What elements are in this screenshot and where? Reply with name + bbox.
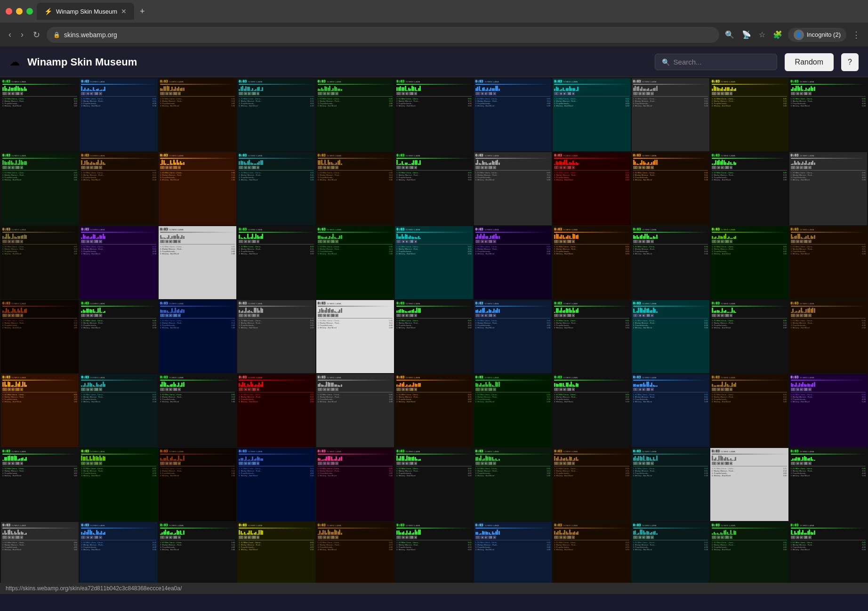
skin-thumbnail[interactable]: 0:03 DJ MIKE LLAMA ▏▎◀▶▐▐■ 1. DJ Mike Ll…	[159, 522, 236, 583]
skin-thumbnail[interactable]: 0:03 DJ MIKE LLAMA ▏▎◀▶▐▐■ 1. DJ Mike Ll…	[80, 522, 157, 583]
skin-thumbnail[interactable]: 0:03 DJ MIKE LLAMA ▏▎◀▶▐▐■ 1. DJ Mike Ll…	[789, 522, 867, 583]
skin-thumbnail[interactable]: 0:03 DJ MIKE LLAMA ▏▎◀▶▐▐■ 1. DJ Mike Ll…	[710, 152, 788, 225]
search-input[interactable]	[674, 58, 770, 66]
skin-thumbnail[interactable]: 0:03 DJ MIKE LLAMA ▏▎◀▶▐▐■ 1. DJ Mike Ll…	[80, 300, 157, 373]
skin-thumbnail[interactable]: 0:03 DJ MIKE LLAMA ▏▎◀▶▐▐■ 1. DJ Mike Ll…	[237, 226, 315, 299]
skin-thumbnail[interactable]: 0:03 DJ MIKE LLAMA ▏▎◀▶▐▐■ 1. DJ Mike Ll…	[80, 226, 157, 299]
skin-thumbnail[interactable]: 0:03 DJ MIKE LLAMA ▏▎◀▶▐▐■ 1. DJ Mike Ll…	[1, 78, 79, 151]
browser-menu-button[interactable]: ⋮	[850, 28, 862, 42]
search-container[interactable]: 🔍	[655, 54, 777, 70]
extensions-icon-btn[interactable]: 🧩	[771, 28, 784, 41]
skin-thumbnail[interactable]: 0:03 DJ MIKE LLAMA ▏▎◀▶▐▐■ 1. DJ Mike Ll…	[395, 78, 473, 151]
skin-thumbnail[interactable]: 0:03 DJ MIKE LLAMA ▏▎◀▶▐▐■ 1. DJ Mike Ll…	[80, 374, 157, 447]
app-title: Winamp Skin Museum	[27, 56, 137, 68]
skin-thumbnail[interactable]: 0:03 DJ MIKE LLAMA ▏▎◀▶▐▐■ 1. DJ Mike Ll…	[553, 374, 630, 447]
skin-thumbnail[interactable]: 0:03 DJ MIKE LLAMA ▏▎◀▶▐▐■ 1. DJ Mike Ll…	[710, 448, 788, 521]
skin-thumbnail[interactable]: 0:03 DJ MIKE LLAMA ▏▎◀▶▐▐■ 1. DJ Mike Ll…	[474, 226, 552, 299]
forward-button[interactable]: ›	[18, 28, 26, 41]
active-tab[interactable]: ⚡ Winamp Skin Museum ✕	[37, 3, 134, 20]
skin-thumbnail[interactable]: 0:03 DJ MIKE LLAMA ▏▎◀▶▐▐■ 1. DJ Mike Ll…	[80, 448, 157, 521]
skin-thumbnail[interactable]: 0:03 DJ MIKE LLAMA ▏▎◀▶▐▐■ 1. DJ Mike Ll…	[80, 152, 157, 225]
skin-thumbnail[interactable]: 0:03 DJ MIKE LLAMA ▏▎◀▶▐▐■ 1. DJ Mike Ll…	[553, 78, 630, 151]
tab-close-button[interactable]: ✕	[121, 8, 127, 15]
skin-thumbnail[interactable]: 0:03 DJ MIKE LLAMA ▏▎◀▶▐▐■ 1. DJ Mike Ll…	[789, 448, 867, 521]
minimize-button[interactable]	[16, 8, 23, 15]
skin-thumbnail[interactable]: 0:03 DJ MIKE LLAMA ▏▎◀▶▐▐■ 1. DJ Mike Ll…	[553, 448, 630, 521]
close-button[interactable]	[6, 8, 12, 15]
skin-thumbnail[interactable]: 0:03 DJ MIKE LLAMA ▏▎◀▶▐▐■ 1. DJ Mike Ll…	[632, 374, 709, 447]
skin-thumbnail[interactable]: 0:03 DJ MIKE LLAMA ▏▎◀▶▐▐■ 1. DJ Mike Ll…	[710, 374, 788, 447]
incognito-label: Incognito (2)	[807, 31, 841, 38]
search-icon-btn[interactable]: 🔍	[723, 28, 736, 41]
skin-thumbnail[interactable]: 0:03 DJ MIKE LLAMA ▏▎◀▶▐▐■ 1. DJ Mike Ll…	[159, 300, 236, 373]
skin-thumbnail[interactable]: 0:03 DJ MIKE LLAMA ▏▎◀▶▐▐■ 1. DJ Mike Ll…	[632, 522, 709, 583]
skin-thumbnail[interactable]: 0:03 DJ MIKE LLAMA ▏▎◀▶▐▐■ 1. DJ Mike Ll…	[316, 448, 394, 521]
back-button[interactable]: ‹	[6, 28, 14, 41]
skin-thumbnail[interactable]: 0:03 DJ MIKE LLAMA ▏▎◀▶▐▐■ 1. DJ Mike Ll…	[1, 522, 79, 583]
skin-thumbnail[interactable]: 0:03 DJ MIKE LLAMA ▏▎◀▶▐▐■ 1. DJ Mike Ll…	[1, 448, 79, 521]
skin-thumbnail[interactable]: 0:03 DJ MIKE LLAMA ▏▎◀▶▐▐■ 1. DJ Mike Ll…	[632, 448, 709, 521]
skin-thumbnail[interactable]: 0:03 DJ MIKE LLAMA ▏▎◀▶▐▐■ 1. DJ Mike Ll…	[237, 300, 315, 373]
bookmark-icon-btn[interactable]: ☆	[757, 28, 767, 41]
skin-thumbnail[interactable]: 0:03 DJ MIKE LLAMA ▏▎◀▶▐▐■ 1. DJ Mike Ll…	[316, 152, 394, 225]
skin-thumbnail[interactable]: 0:03 DJ MIKE LLAMA ▏▎◀▶▐▐■ 1. DJ Mike Ll…	[474, 78, 552, 151]
skin-thumbnail[interactable]: 0:03 DJ MIKE LLAMA ▏▎◀▶▐▐■ 1. DJ Mike Ll…	[710, 522, 788, 583]
skin-thumbnail[interactable]: 0:03 DJ MIKE LLAMA ▏▎◀▶▐▐■ 1. DJ Mike Ll…	[553, 152, 630, 225]
skin-thumbnail[interactable]: 0:03 DJ MIKE LLAMA ▏▎◀▶▐▐■ 1. DJ Mike Ll…	[553, 226, 630, 299]
skin-thumbnail[interactable]: 0:03 DJ MIKE LLAMA ▏▎◀▶▐▐■ 1. DJ Mike Ll…	[789, 374, 867, 447]
skin-thumbnail[interactable]: 0:03 DJ MIKE LLAMA ▏▎◀▶▐▐■ 1. DJ Mike Ll…	[159, 448, 236, 521]
browser-window: ⚡ Winamp Skin Museum ✕ + ‹ › ↻ 🔒 skins.w…	[0, 0, 868, 47]
skin-thumbnail[interactable]: 0:03 DJ MIKE LLAMA ▏▎◀▶▐▐■ 1. DJ Mike Ll…	[395, 448, 473, 521]
skin-thumbnail[interactable]: 0:03 DJ MIKE LLAMA ▏▎◀▶▐▐■ 1. DJ Mike Ll…	[474, 448, 552, 521]
skin-thumbnail[interactable]: 0:03 DJ MIKE LLAMA ▏▎◀▶▐▐■ 1. DJ Mike Ll…	[316, 300, 394, 373]
skin-thumbnail[interactable]: 0:03 DJ MIKE LLAMA ▏▎◀▶▐▐■ 1. DJ Mike Ll…	[395, 226, 473, 299]
skin-thumbnail[interactable]: 0:03 DJ MIKE LLAMA ▏▎◀▶▐▐■ 1. DJ Mike Ll…	[316, 374, 394, 447]
skin-thumbnail[interactable]: 0:03 DJ MIKE LLAMA ▏▎◀▶▐▐■ 1. DJ Mike Ll…	[474, 152, 552, 225]
skin-thumbnail[interactable]: 0:03 DJ MIKE LLAMA ▏▎◀▶▐▐■ 1. DJ Mike Ll…	[395, 152, 473, 225]
skin-thumbnail[interactable]: 0:03 DJ MIKE LLAMA ▏▎◀▶▐▐■ 1. DJ Mike Ll…	[80, 78, 157, 151]
cast-icon-btn[interactable]: 📡	[740, 28, 753, 41]
skin-thumbnail[interactable]: 0:03 DJ MIKE LLAMA ▏▎◀▶▐▐■ 1. DJ Mike Ll…	[474, 374, 552, 447]
skin-thumbnail[interactable]: 0:03 DJ MIKE LLAMA ▏▎◀▶▐▐■ 1. DJ Mike Ll…	[237, 374, 315, 447]
random-button[interactable]: Random	[785, 53, 834, 71]
skin-thumbnail[interactable]: 0:03 DJ MIKE LLAMA ▏▎◀▶▐▐■ 1. DJ Mike Ll…	[316, 522, 394, 583]
skin-thumbnail[interactable]: 0:03 DJ MIKE LLAMA ▏▎◀▶▐▐■ 1. DJ Mike Ll…	[632, 226, 709, 299]
skin-thumbnail[interactable]: 0:03 DJ MIKE LLAMA ▏▎◀▶▐▐■ 1. DJ Mike Ll…	[553, 522, 630, 583]
skin-thumbnail[interactable]: 0:03 DJ MIKE LLAMA ▏▎◀▶▐▐■ 1. DJ Mike Ll…	[710, 300, 788, 373]
skin-thumbnail[interactable]: 0:03 DJ MIKE LLAMA ▏▎◀▶▐▐■ 1. DJ Mike Ll…	[395, 300, 473, 373]
skin-thumbnail[interactable]: 0:03 DJ MIKE LLAMA ▏▎◀▶▐▐■ 1. DJ Mike Ll…	[395, 374, 473, 447]
maximize-button[interactable]	[26, 8, 33, 15]
new-tab-button[interactable]: +	[136, 3, 149, 20]
skin-thumbnail[interactable]: 0:03 DJ MIKE LLAMA ▏▎◀▶▐▐■ 1. DJ Mike Ll…	[159, 78, 236, 151]
skin-thumbnail[interactable]: 0:03 DJ MIKE LLAMA ▏▎◀▶▐▐■ 1. DJ Mike Ll…	[316, 78, 394, 151]
skin-thumbnail[interactable]: 0:03 DJ MIKE LLAMA ▏▎◀▶▐▐■ 1. DJ Mike Ll…	[1, 226, 79, 299]
skin-thumbnail[interactable]: 0:03 DJ MIKE LLAMA ▏▎◀▶▐▐■ 1. DJ Mike Ll…	[237, 78, 315, 151]
skin-thumbnail[interactable]: 0:03 DJ MIKE LLAMA ▏▎◀▶▐▐■ 1. DJ Mike Ll…	[237, 522, 315, 583]
skin-thumbnail[interactable]: 0:03 DJ MIKE LLAMA ▏▎◀▶▐▐■ 1. DJ Mike Ll…	[632, 152, 709, 225]
skin-thumbnail[interactable]: 0:03 DJ MIKE LLAMA ▏▎◀▶▐▐■ 1. DJ Mike Ll…	[789, 78, 867, 151]
skin-thumbnail[interactable]: 0:03 DJ MIKE LLAMA ▏▎◀▶▐▐■ 1. DJ Mike Ll…	[632, 300, 709, 373]
skin-thumbnail[interactable]: 0:03 DJ MIKE LLAMA ▏▎◀▶▐▐■ 1. DJ Mike Ll…	[316, 226, 394, 299]
skin-thumbnail[interactable]: 0:03 DJ MIKE LLAMA ▏▎◀▶▐▐■ 1. DJ Mike Ll…	[632, 78, 709, 151]
profile-button[interactable]: 👤 Incognito (2)	[788, 28, 846, 42]
skin-thumbnail[interactable]: 0:03 DJ MIKE LLAMA ▏▎◀▶▐▐■ 1. DJ Mike Ll…	[474, 522, 552, 583]
skin-thumbnail[interactable]: 0:03 DJ MIKE LLAMA ▏▎◀▶▐▐■ 1. DJ Mike Ll…	[789, 300, 867, 373]
skin-thumbnail[interactable]: 0:03 DJ MIKE LLAMA ▏▎◀▶▐▐■ 1. DJ Mike Ll…	[1, 152, 79, 225]
skin-thumbnail[interactable]: 0:03 DJ MIKE LLAMA ▏▎◀▶▐▐■ 1. DJ Mike Ll…	[1, 374, 79, 447]
skin-thumbnail[interactable]: 0:03 DJ MIKE LLAMA ▏▎◀▶▐▐■ 1. DJ Mike Ll…	[159, 374, 236, 447]
skin-thumbnail[interactable]: 0:03 DJ MIKE LLAMA ▏▎◀▶▐▐■ 1. DJ Mike Ll…	[159, 152, 236, 225]
skin-thumbnail[interactable]: 0:03 DJ MIKE LLAMA ▏▎◀▶▐▐■ 1. DJ Mike Ll…	[1, 300, 79, 373]
skin-thumbnail[interactable]: 0:03 DJ MIKE LLAMA ▏▎◀▶▐▐■ 1. DJ Mike Ll…	[710, 78, 788, 151]
skin-thumbnail[interactable]: 0:03 DJ MIKE LLAMA ▏▎◀▶▐▐■ 1. DJ Mike Ll…	[237, 448, 315, 521]
skin-thumbnail[interactable]: 0:03 DJ MIKE LLAMA ▏▎◀▶▐▐■ 1. DJ Mike Ll…	[789, 152, 867, 225]
address-bar[interactable]: 🔒 skins.webamp.org	[47, 27, 719, 43]
skin-thumbnail[interactable]: 0:03 DJ MIKE LLAMA ▏▎◀▶▐▐■ 1. DJ Mike Ll…	[710, 226, 788, 299]
skin-thumbnail[interactable]: 0:03 DJ MIKE LLAMA ▏▎◀▶▐▐■ 1. DJ Mike Ll…	[474, 300, 552, 373]
help-button[interactable]: ?	[841, 53, 859, 71]
skin-thumbnail[interactable]: 0:03 DJ MIKE LLAMA ▏▎◀▶▐▐■ 1. DJ Mike Ll…	[789, 226, 867, 299]
skin-thumbnail[interactable]: 0:03 DJ MIKE LLAMA ▏▎◀▶▐▐■ 1. DJ Mike Ll…	[159, 226, 236, 299]
reload-button[interactable]: ↻	[30, 28, 43, 42]
skin-thumbnail[interactable]: 0:03 DJ MIKE LLAMA ▏▎◀▶▐▐■ 1. DJ Mike Ll…	[395, 522, 473, 583]
skin-thumbnail[interactable]: 0:03 DJ MIKE LLAMA ▏▎◀▶▐▐■ 1. DJ Mike Ll…	[553, 300, 630, 373]
skin-thumbnail[interactable]: 0:03 DJ MIKE LLAMA ▏▎◀▶▐▐■ 1. DJ Mike Ll…	[237, 152, 315, 225]
